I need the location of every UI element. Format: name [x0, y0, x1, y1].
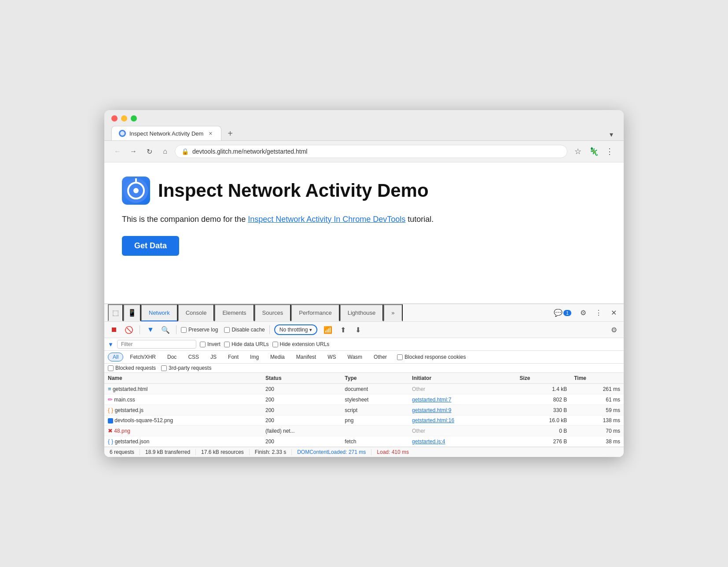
col-type[interactable]: Type [341, 373, 408, 384]
third-party-label[interactable]: 3rd-party requests [161, 365, 211, 371]
devtools-device-icon[interactable]: 📱 [123, 304, 141, 321]
blocked-requests-checkbox[interactable] [108, 365, 114, 371]
type-filter-media[interactable]: Media [265, 353, 290, 361]
cell-name: ✖ 48.png [104, 426, 262, 436]
type-filter-manifest[interactable]: Manifest [291, 353, 321, 361]
search-icon: 🔍 [161, 326, 170, 334]
type-filter-font[interactable]: Font [223, 353, 243, 361]
maximize-button[interactable] [131, 115, 137, 122]
cell-initiator[interactable]: getstarted.html:9 [408, 405, 516, 416]
col-initiator[interactable]: Initiator [408, 373, 516, 384]
refresh-button[interactable]: ↻ [143, 145, 155, 158]
hide-data-urls-label[interactable]: Hide data URLs [224, 341, 269, 347]
invert-text: Invert [207, 341, 221, 347]
settings-icon: ⚙ [580, 309, 586, 317]
back-button[interactable]: ← [111, 145, 124, 158]
devtools-panel: ⬚ 📱 Network Console Elements Sources Per… [104, 303, 624, 457]
disable-cache-label[interactable]: Disable cache [224, 327, 265, 333]
network-toolbar: ⏹ 🚫 ▼ 🔍 Preserve log Disable cache [104, 322, 624, 338]
table-row[interactable]: { } getstarted.js 200 script getstarted.… [104, 405, 624, 416]
tab-sources[interactable]: Sources [254, 304, 291, 321]
type-filter-all[interactable]: All [108, 353, 123, 361]
tab-close-button[interactable]: × [207, 130, 214, 137]
cell-initiator[interactable]: getstarted.html:7 [408, 394, 516, 405]
cell-time: 138 ms [570, 416, 624, 426]
throttle-dropdown[interactable]: No throttling ▾ [274, 324, 318, 335]
devtools-inspect-icon[interactable]: ⬚ [108, 304, 123, 321]
hide-ext-urls-label[interactable]: Hide extension URLs [272, 341, 330, 347]
table-row[interactable]: devtools-square-512.png 200 png getstart… [104, 416, 624, 426]
upload-button[interactable]: ⬆ [337, 324, 349, 336]
type-filter-css[interactable]: CSS [183, 353, 204, 361]
type-filter-ws[interactable]: WS [323, 353, 341, 361]
cell-initiator[interactable]: getstarted.html:16 [408, 416, 516, 426]
network-settings-button[interactable]: ⚙ [608, 324, 620, 336]
close-button[interactable] [111, 115, 118, 122]
hide-data-urls-checkbox[interactable] [224, 342, 230, 347]
filter-input-wrap[interactable] [117, 340, 196, 349]
hide-ext-urls-checkbox[interactable] [272, 342, 278, 347]
col-name[interactable]: Name [104, 373, 262, 384]
cell-size: 16.0 kB [516, 416, 571, 426]
home-button[interactable]: ⌂ [159, 145, 171, 158]
type-filter-js[interactable]: JS [206, 353, 221, 361]
new-tab-button[interactable]: + [223, 127, 237, 140]
minimize-button[interactable] [121, 115, 127, 122]
more-button[interactable]: ⋮ [603, 144, 617, 158]
table-row[interactable]: ✏ main.css 200 stylesheet getstarted.htm… [104, 394, 624, 405]
disable-cache-checkbox[interactable] [224, 327, 230, 333]
tab-performance[interactable]: Performance [291, 304, 339, 321]
tab-elements[interactable]: Elements [214, 304, 254, 321]
download-button[interactable]: ⬇ [352, 324, 364, 336]
filter-input[interactable] [121, 341, 192, 347]
table-row[interactable]: ≡ getstarted.html 200 document Other 1.4… [104, 384, 624, 394]
filter-button[interactable]: ▼ [144, 324, 157, 336]
type-filter-wasm[interactable]: Wasm [343, 353, 368, 361]
forward-button[interactable]: → [127, 145, 140, 158]
bookmark-button[interactable]: ☆ [571, 144, 585, 158]
browser-toolbar-icons: ☆ 🦎 ⋮ [571, 144, 617, 158]
col-size[interactable]: Size [516, 373, 571, 384]
third-party-text: 3rd-party requests [169, 365, 211, 371]
preserve-log-label[interactable]: Preserve log [181, 327, 218, 333]
get-data-button[interactable]: Get Data [122, 236, 179, 256]
clear-button[interactable]: 🚫 [123, 324, 135, 336]
throttle-arrow-icon: ▾ [309, 327, 312, 333]
active-tab[interactable]: Inspect Network Activity Dem × [111, 126, 221, 140]
cell-initiator[interactable]: getstarted.js:4 [408, 436, 516, 447]
tab-dropdown-button[interactable]: ▾ [606, 129, 617, 140]
col-status[interactable]: Status [262, 373, 341, 384]
type-filter-other[interactable]: Other [369, 353, 392, 361]
extensions-button[interactable]: 🦎 [587, 144, 601, 158]
cell-status: 200 [262, 384, 341, 394]
preserve-log-checkbox[interactable] [181, 327, 187, 333]
tab-lighthouse[interactable]: Lighthouse [340, 304, 384, 321]
type-filter-fetch-xhr[interactable]: Fetch/XHR [125, 353, 161, 361]
cell-time: 70 ms [570, 426, 624, 436]
type-filter-img[interactable]: Img [245, 353, 264, 361]
tab-network[interactable]: Network [141, 304, 178, 321]
tab-more[interactable]: » [383, 304, 402, 321]
devtools-settings-button[interactable]: ⚙ [577, 306, 590, 320]
invert-checkbox[interactable] [200, 342, 206, 347]
devtools-close-button[interactable]: ✕ [607, 306, 620, 320]
wifi-icon-button[interactable]: 📶 [322, 324, 334, 336]
blocked-cookies-label[interactable]: Blocked response cookies [397, 354, 466, 360]
file-name: main.css [114, 397, 135, 403]
invert-label[interactable]: Invert [200, 341, 221, 347]
devtools-link[interactable]: Inspect Network Activity In Chrome DevTo… [248, 215, 405, 224]
tab-console[interactable]: Console [178, 304, 215, 321]
third-party-checkbox[interactable] [161, 365, 167, 371]
feedback-button[interactable]: 💬 1 [550, 306, 575, 320]
search-button[interactable]: 🔍 [159, 324, 172, 336]
blocked-requests-label[interactable]: Blocked requests [108, 365, 156, 371]
record-stop-button[interactable]: ⏹ [108, 324, 120, 336]
col-time[interactable]: Time [570, 373, 624, 384]
address-bar[interactable]: 🔒 devtools.glitch.me/network/getstarted.… [175, 145, 567, 158]
table-row[interactable]: { } getstarted.json 200 fetch getstarted… [104, 436, 624, 447]
json-file-icon: { } [108, 438, 113, 445]
table-row[interactable]: ✖ 48.png (failed) net... Other 0 B 70 ms [104, 426, 624, 436]
devtools-more-button[interactable]: ⋮ [592, 306, 606, 320]
type-filter-doc[interactable]: Doc [162, 353, 181, 361]
blocked-cookies-checkbox[interactable] [397, 354, 403, 360]
